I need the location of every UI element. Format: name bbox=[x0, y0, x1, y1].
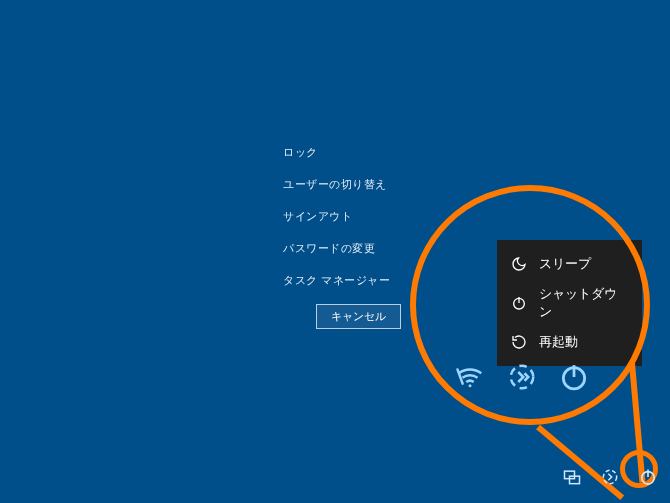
annotation-connector-line bbox=[629, 363, 645, 483]
magnified-tray-icons bbox=[455, 362, 589, 392]
power-menu-shutdown[interactable]: シャットダウン bbox=[497, 279, 642, 327]
power-menu-sleep-label: スリープ bbox=[539, 255, 591, 273]
power-menu: スリープ シャットダウン 再起動 bbox=[497, 240, 642, 366]
annotation-connector-line bbox=[536, 425, 624, 500]
ease-of-access-icon[interactable] bbox=[507, 362, 537, 392]
wifi-icon[interactable] bbox=[455, 362, 485, 392]
tray-icons bbox=[562, 467, 658, 487]
svg-point-8 bbox=[603, 470, 616, 483]
cancel-button[interactable]: キャンセル bbox=[316, 304, 401, 329]
ease-of-access-icon[interactable] bbox=[600, 467, 620, 487]
option-task-manager[interactable]: タスク マネージャー bbox=[283, 273, 390, 288]
option-sign-out[interactable]: サインアウト bbox=[283, 209, 390, 224]
power-menu-sleep[interactable]: スリープ bbox=[497, 249, 642, 279]
power-menu-restart[interactable]: 再起動 bbox=[497, 327, 642, 357]
svg-point-2 bbox=[469, 384, 472, 387]
option-lock[interactable]: ロック bbox=[283, 145, 390, 160]
security-options-list: ロック ユーザーの切り替え サインアウト パスワードの変更 タスク マネージャー bbox=[283, 145, 390, 288]
restart-icon bbox=[511, 334, 527, 350]
power-icon[interactable] bbox=[559, 362, 589, 392]
power-icon bbox=[511, 295, 527, 311]
power-menu-shutdown-label: シャットダウン bbox=[539, 285, 628, 321]
power-menu-restart-label: 再起動 bbox=[539, 333, 578, 351]
network-icon[interactable] bbox=[562, 467, 582, 487]
option-change-password[interactable]: パスワードの変更 bbox=[283, 241, 390, 256]
sleep-icon bbox=[511, 256, 527, 272]
power-icon[interactable] bbox=[638, 467, 658, 487]
option-switch-user[interactable]: ユーザーの切り替え bbox=[283, 177, 390, 192]
